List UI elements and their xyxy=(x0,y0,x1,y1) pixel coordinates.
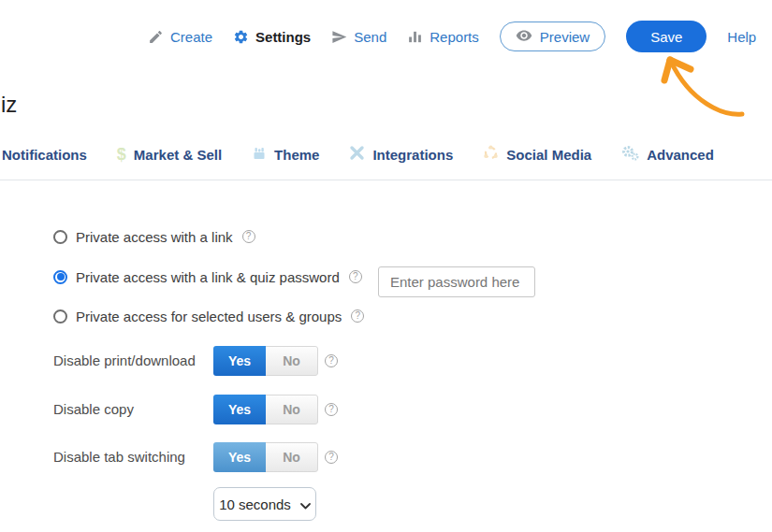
help-icon[interactable]: ? xyxy=(349,270,362,283)
tab-switch-delay-select[interactable]: 10 seconds xyxy=(213,487,316,521)
save-button[interactable]: Save xyxy=(626,21,706,52)
help-icon[interactable]: ? xyxy=(325,403,338,416)
tab-integrations-label: Integrations xyxy=(372,147,453,163)
tab-social-media[interactable]: Social Media xyxy=(483,145,591,164)
dollar-icon: $ xyxy=(117,146,126,163)
quiz-password-input[interactable] xyxy=(378,266,535,297)
brush-icon xyxy=(252,146,267,164)
help-icon[interactable]: ? xyxy=(325,354,338,367)
send-icon xyxy=(331,29,347,45)
disable-copy-label: Disable copy xyxy=(53,395,134,424)
help-link[interactable]: Help xyxy=(727,29,756,45)
toggle-no-button[interactable]: No xyxy=(266,442,318,472)
quiz-title-fragment: iz xyxy=(1,92,17,118)
toggle-yes-button[interactable]: Yes xyxy=(213,346,266,376)
disable-print-download-label: Disable print/download xyxy=(53,346,196,376)
access-option-password: Private access with a link & quiz passwo… xyxy=(53,268,362,285)
preview-button-label: Preview xyxy=(540,29,590,45)
disable-tab-switching-toggle: Yes No xyxy=(213,442,318,472)
toggle-no-button[interactable]: No xyxy=(266,395,318,424)
tab-advanced-label: Advanced xyxy=(647,147,714,163)
gears-icon xyxy=(621,145,639,164)
help-icon[interactable]: ? xyxy=(242,230,255,243)
tab-theme[interactable]: Theme xyxy=(252,146,319,164)
nav-create-label: Create xyxy=(170,29,212,45)
radio-private-link[interactable] xyxy=(53,230,67,244)
tools-icon xyxy=(349,145,365,164)
radio-private-link-password-label: Private access with a link & quiz passwo… xyxy=(76,269,340,285)
share-network-icon xyxy=(483,145,499,164)
disable-print-download-row: Disable print/download Yes No ? xyxy=(53,346,362,376)
preview-button[interactable]: Preview xyxy=(500,22,605,51)
tab-market-sell[interactable]: $ Market & Sell xyxy=(117,146,222,163)
nav-reports-label: Reports xyxy=(430,29,479,45)
radio-private-link-label: Private access with a link xyxy=(76,229,233,245)
radio-private-link-password[interactable] xyxy=(53,270,67,284)
disable-tab-switching-label: Disable tab switching xyxy=(53,442,185,472)
nav-settings[interactable]: Settings xyxy=(233,29,311,45)
tab-integrations[interactable]: Integrations xyxy=(349,145,453,164)
toggle-yes-button[interactable]: Yes xyxy=(213,395,266,424)
help-icon[interactable]: ? xyxy=(325,451,338,464)
access-option-link: Private access with a link ? xyxy=(53,228,255,245)
gear-icon xyxy=(233,29,249,45)
disable-copy-toggle: Yes No xyxy=(213,395,318,424)
top-navigation: Create Settings Send Reports Preview Sav… xyxy=(148,21,756,52)
bar-chart-icon xyxy=(407,29,423,45)
settings-tabbar: Notifications $ Market & Sell Theme Inte… xyxy=(2,143,714,165)
tab-theme-label: Theme xyxy=(274,147,319,163)
tab-social-media-label: Social Media xyxy=(506,147,591,163)
chevron-down-icon xyxy=(300,496,311,512)
radio-private-users-groups[interactable] xyxy=(53,309,67,324)
access-option-users-groups: Private access for selected users & grou… xyxy=(53,308,364,324)
save-annotation-arrow-icon xyxy=(655,51,749,122)
toggle-no-button[interactable]: No xyxy=(266,346,318,376)
disable-print-download-toggle: Yes No xyxy=(213,346,318,376)
tab-notifications[interactable]: Notifications xyxy=(2,147,87,163)
disable-tab-switching-row: Disable tab switching Yes No ? xyxy=(53,442,362,472)
tabbar-divider xyxy=(0,180,772,180)
nav-settings-label: Settings xyxy=(255,29,311,45)
nav-reports[interactable]: Reports xyxy=(407,29,479,45)
tab-market-sell-label: Market & Sell xyxy=(134,147,222,163)
nav-send[interactable]: Send xyxy=(331,29,386,45)
tab-switch-delay-value: 10 seconds xyxy=(219,496,291,512)
pencil-icon xyxy=(148,29,164,45)
help-icon[interactable]: ? xyxy=(351,309,364,323)
toggle-yes-button[interactable]: Yes xyxy=(213,442,266,472)
nav-create[interactable]: Create xyxy=(148,29,212,45)
nav-send-label: Send xyxy=(354,29,386,45)
radio-private-users-groups-label: Private access for selected users & grou… xyxy=(76,309,342,324)
tab-advanced[interactable]: Advanced xyxy=(621,145,714,164)
tab-notifications-label: Notifications xyxy=(2,147,87,163)
eye-icon xyxy=(516,27,532,47)
disable-copy-row: Disable copy Yes No ? xyxy=(53,395,362,424)
